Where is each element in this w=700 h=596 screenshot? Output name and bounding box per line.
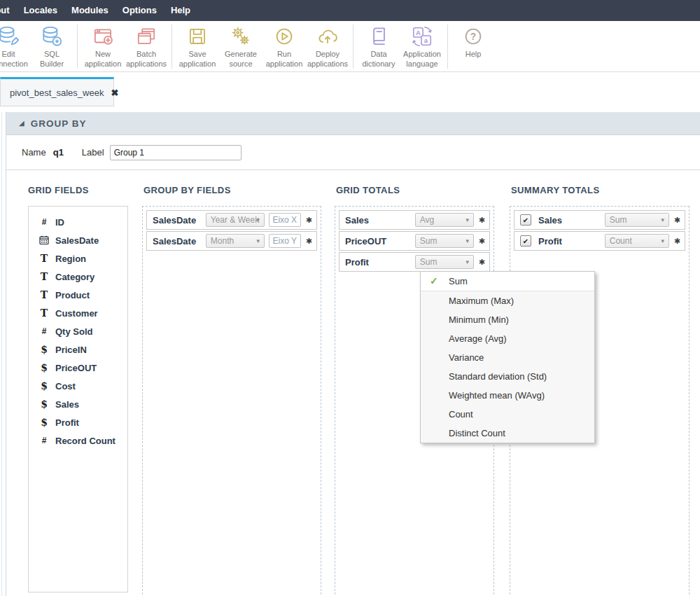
number-icon: # <box>39 217 49 227</box>
tab-pivot-best-sales-week[interactable]: pivot_best_sales_week ✖ <box>0 77 114 106</box>
sql-builder-button[interactable]: SQL Builder <box>30 25 74 69</box>
remove-icon[interactable]: ✱ <box>479 258 485 267</box>
group-by-fields-dropzone[interactable]: SalesDate Year & Week Eixo X ✱ SalesDate… <box>142 206 321 596</box>
field-item-priceout[interactable]: $ PriceOUT <box>29 359 127 377</box>
aggregate-dropdown-menu: ✓ Sum Maximum (Max) Minimum (Min) Averag… <box>420 271 595 443</box>
menu-item-locales[interactable]: Locales <box>17 0 64 21</box>
text-icon: T <box>39 272 49 282</box>
menu-item-options[interactable]: Options <box>115 0 164 21</box>
remove-icon[interactable]: ✱ <box>674 216 680 225</box>
menu-item-minimum[interactable]: Minimum (Min) <box>421 310 594 329</box>
aggregate-select[interactable]: Count <box>605 234 669 248</box>
field-item-category[interactable]: T Category <box>29 268 127 286</box>
main-menubar: Layout Locales Modules Options Help <box>0 0 700 21</box>
svg-text:?: ? <box>470 31 476 42</box>
calendar-icon <box>39 235 49 245</box>
grid-fields-panel: # ID SalesDate T Region <box>28 206 128 592</box>
field-item-cost[interactable]: $ Cost <box>29 377 127 395</box>
field-item-qty-sold[interactable]: # Qty Sold <box>29 322 127 340</box>
tab-title: pivot_best_sales_week <box>10 88 104 98</box>
field-item-sales[interactable]: $ Sales <box>29 395 127 413</box>
summary-total-row: ✔ Profit Count ✱ <box>514 231 685 251</box>
checkbox-checked[interactable]: ✔ <box>520 235 531 247</box>
grid-total-row: PriceOUT Sum ✱ <box>339 231 490 251</box>
text-icon: T <box>39 308 49 318</box>
checkbox-checked[interactable]: ✔ <box>520 214 531 226</box>
svg-text:A: A <box>416 29 421 36</box>
number-icon: # <box>39 326 49 336</box>
translate-icon: A a <box>410 25 435 48</box>
field-item-customer[interactable]: T Customer <box>29 304 127 322</box>
field-item-region[interactable]: T Region <box>29 249 127 268</box>
deploy-applications-button[interactable]: Deploy applications <box>306 25 349 69</box>
group-label-input[interactable] <box>110 145 241 160</box>
application-language-button[interactable]: A a Application language <box>400 25 444 69</box>
remove-icon[interactable]: ✱ <box>479 216 485 225</box>
new-application-button[interactable]: New application <box>81 25 125 69</box>
menu-item-weighted-mean[interactable]: Weighted mean (WAvg) <box>421 386 594 405</box>
axis-button[interactable]: Eixo X <box>269 213 301 227</box>
menu-item-variance[interactable]: Variance <box>421 348 594 367</box>
currency-icon: $ <box>39 417 49 427</box>
summary-totals-header: SUMMARY TOTALS <box>511 185 599 195</box>
page-edge-line <box>1 112 2 596</box>
svg-text:a: a <box>424 36 428 44</box>
aggregate-select[interactable]: Avg <box>415 213 474 227</box>
menu-item-help[interactable]: Help <box>164 0 197 21</box>
menu-item-modules[interactable]: Modules <box>64 0 115 21</box>
data-dictionary-button[interactable]: Data dictionary <box>357 25 400 69</box>
tab-close-icon[interactable]: ✖ <box>111 88 118 98</box>
remove-icon[interactable]: ✱ <box>306 216 312 225</box>
group-by-section-header[interactable]: ◢ GROUP BY <box>6 112 700 135</box>
windows-stack-icon <box>134 25 159 48</box>
floppy-icon <box>185 25 210 48</box>
remove-icon[interactable]: ✱ <box>674 237 680 246</box>
grid-total-row: Sales Avg ✱ <box>339 210 490 230</box>
menu-item-sum[interactable]: ✓ Sum <box>421 272 594 291</box>
field-item-profit[interactable]: $ Profit <box>29 413 127 431</box>
section-title: GROUP BY <box>31 118 87 129</box>
collapse-triangle-icon: ◢ <box>19 120 24 127</box>
field-item-pricein[interactable]: $ PriceIN <box>29 340 127 359</box>
text-icon: T <box>39 254 49 263</box>
field-item-id[interactable]: # ID <box>29 213 127 231</box>
menu-item-average[interactable]: Average (Avg) <box>421 329 594 348</box>
aggregate-select[interactable]: Sum <box>605 213 669 227</box>
run-application-button[interactable]: Run application <box>262 25 306 69</box>
save-application-button[interactable]: Save application <box>176 25 219 69</box>
group-settings-row: Name q1 Label <box>6 135 700 170</box>
currency-icon: $ <box>39 345 49 354</box>
menu-item-count[interactable]: Count <box>421 405 594 424</box>
grid-fields-header: GRID FIELDS <box>28 185 89 195</box>
menu-item-layout[interactable]: Layout <box>0 0 17 21</box>
field-item-salesdate[interactable]: SalesDate <box>29 231 127 249</box>
main-toolbar: Edit Connection SQL Builder <box>0 21 700 72</box>
grid-total-row: Profit Sum ✱ <box>339 252 490 272</box>
aggregate-select[interactable]: Sum <box>415 255 474 269</box>
summary-total-row: ✔ Sales Sum ✱ <box>514 210 685 230</box>
menu-item-standard-deviation[interactable]: Standard deviation (Std) <box>421 367 594 386</box>
interval-select[interactable]: Year & Week <box>206 213 265 227</box>
axis-button[interactable]: Eixo Y <box>269 234 301 248</box>
group-by-field-row: SalesDate Month Eixo Y ✱ <box>146 231 317 251</box>
aggregate-select[interactable]: Sum <box>415 234 474 248</box>
menu-item-distinct-count[interactable]: Distinct Count <box>421 424 594 443</box>
question-circle-icon: ? <box>461 25 486 48</box>
interval-select[interactable]: Month <box>206 234 265 248</box>
field-item-product[interactable]: T Product <box>29 286 127 304</box>
remove-icon[interactable]: ✱ <box>479 237 485 246</box>
help-button[interactable]: ? Help <box>451 25 495 60</box>
field-item-record-count[interactable]: # Record Count <box>29 431 127 450</box>
remove-icon[interactable]: ✱ <box>306 237 312 246</box>
book-icon <box>366 25 391 48</box>
play-circle-icon <box>272 25 297 48</box>
app-window: Layout Locales Modules Options Help Edit… <box>0 0 700 596</box>
cloud-upload-icon <box>315 25 340 48</box>
menu-item-maximum[interactable]: Maximum (Max) <box>421 291 594 310</box>
generate-source-button[interactable]: Generate source <box>219 25 262 69</box>
currency-icon: $ <box>39 363 49 373</box>
edit-connection-button[interactable]: Edit Connection <box>0 25 30 69</box>
name-value: q1 <box>53 147 64 158</box>
group-by-field-row: SalesDate Year & Week Eixo X ✱ <box>146 210 317 230</box>
batch-applications-button[interactable]: Batch applications <box>125 25 168 69</box>
